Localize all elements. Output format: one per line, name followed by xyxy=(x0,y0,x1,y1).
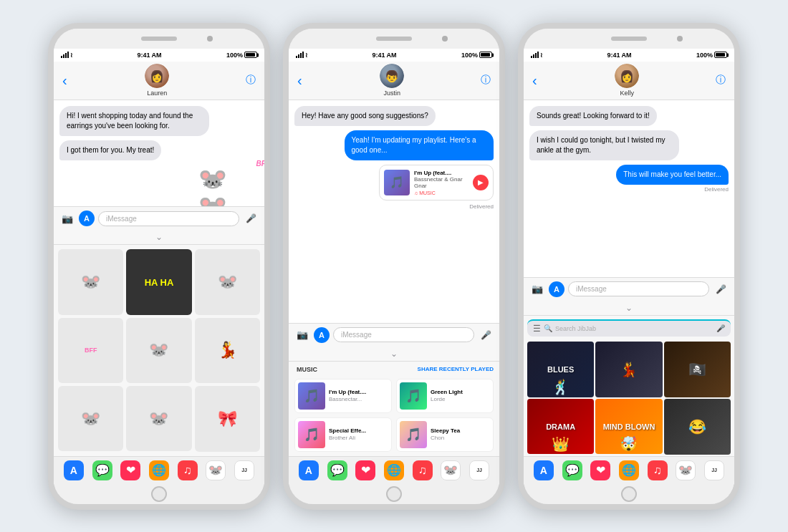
sticker-item[interactable]: 🐭 xyxy=(126,318,191,383)
mic-button[interactable]: 🎤 xyxy=(713,281,729,297)
sticker-item[interactable]: 🐭 xyxy=(58,386,123,451)
dock-messages[interactable]: 💬 xyxy=(327,460,347,480)
phone-kelly: ≀ 9:41 AM 100% ‹ 👩 Kelly xyxy=(518,23,740,510)
music-artist: Bassnectar... xyxy=(329,396,366,402)
camera-button[interactable]: 📷 xyxy=(294,327,310,343)
dock-music[interactable]: ♫ xyxy=(413,460,433,480)
message-input[interactable]: iMessage xyxy=(333,327,474,342)
dock-appstore[interactable]: A xyxy=(64,460,84,480)
wifi-icon: ≀ xyxy=(540,52,542,59)
message-text: Yeah! I'm updating my playlist. Here's a… xyxy=(352,136,476,154)
camera-button[interactable]: 📷 xyxy=(529,281,545,297)
jibjab-mic-icon[interactable]: 🎤 xyxy=(716,324,725,332)
dock-globe[interactable]: 🌐 xyxy=(619,460,639,480)
share-recently-label[interactable]: SHARE RECENTLY PLAYED xyxy=(418,366,494,372)
drawer-toggle[interactable]: ⌄ xyxy=(289,347,499,361)
dock-messages[interactable]: 💬 xyxy=(92,460,112,480)
sticker-item[interactable]: HA HA xyxy=(126,249,191,314)
message-input[interactable]: iMessage xyxy=(98,211,239,226)
jibjab-search-input[interactable]: Search JibJab xyxy=(555,325,713,332)
status-bar: ≀ 9:41 AM 100% xyxy=(524,49,734,62)
messages-area-kelly[interactable]: Sounds great! Looking forward to it! I w… xyxy=(524,100,734,277)
music-title: Green Light xyxy=(431,389,463,395)
music-item[interactable]: 🎵 Green Light Lorde xyxy=(396,379,494,413)
imessage-bar[interactable]: 📷 A iMessage 🎤 xyxy=(289,323,499,347)
sticker-item[interactable]: 🐭 xyxy=(126,386,191,451)
phone-bottom xyxy=(54,484,264,504)
drawer-toggle[interactable]: ⌄ xyxy=(54,230,264,244)
home-button[interactable] xyxy=(621,486,637,502)
message-text: This will make you feel better... xyxy=(623,170,721,178)
mic-button[interactable]: 🎤 xyxy=(478,327,494,343)
music-item[interactable]: 🎵 Special Effe... Brother Ali xyxy=(294,417,392,452)
drawer-toggle[interactable]: ⌄ xyxy=(524,301,734,315)
menu-icon[interactable]: ☰ xyxy=(533,324,541,334)
jibjab-search-bar[interactable]: ☰ 🔍 Search JibJab 🎤 xyxy=(527,319,731,337)
message-text: I wish I could go tonight, but I twisted… xyxy=(537,136,666,154)
music-thumbnail: 🎵 xyxy=(400,421,427,448)
info-button[interactable]: ⓘ xyxy=(246,74,256,87)
screen-lauren: ≀ 9:41 AM 100% ‹ 👩 Lauren xyxy=(54,49,264,484)
battery-icon xyxy=(244,52,257,58)
nav-center[interactable]: 👦 Justin xyxy=(380,64,404,97)
jibjab-item[interactable]: 💃 xyxy=(595,342,662,397)
imessage-bar[interactable]: 📷 A iMessage 🎤 xyxy=(54,206,264,230)
sticker-item[interactable]: 🐭 xyxy=(58,249,123,314)
dock-globe[interactable]: 🌐 xyxy=(149,460,169,480)
info-button[interactable]: ⓘ xyxy=(716,74,726,87)
dock-mickey[interactable]: 🐭 xyxy=(676,460,696,480)
contact-avatar-justin: 👦 xyxy=(380,64,404,88)
messages-area-lauren[interactable]: Hi! I went shopping today and found the … xyxy=(54,100,264,207)
dock-music[interactable]: ♫ xyxy=(648,460,668,480)
nav-center[interactable]: 👩 Lauren xyxy=(145,64,169,97)
jibjab-item[interactable]: DRAMA 👑 xyxy=(527,399,594,455)
back-button[interactable]: ‹ xyxy=(62,72,69,89)
music-item[interactable]: 🎵 I'm Up (feat.... Bassnectar... xyxy=(294,379,392,413)
apps-button[interactable]: A xyxy=(549,281,564,297)
dock-globe[interactable]: 🌐 xyxy=(384,460,404,480)
dock-appstore[interactable]: A xyxy=(299,460,319,480)
apple-music-logo: MUSIC xyxy=(294,366,317,373)
sticker-item[interactable]: BFF xyxy=(58,318,123,383)
sticker-item[interactable]: 💃 xyxy=(195,318,260,383)
dock-jibjab[interactable]: JJ xyxy=(469,460,489,480)
home-button[interactable] xyxy=(386,486,402,502)
back-button[interactable]: ‹ xyxy=(297,72,304,89)
dock-appstore[interactable]: A xyxy=(534,460,554,480)
back-button[interactable]: ‹ xyxy=(532,72,539,89)
dock-jibjab[interactable]: JJ xyxy=(704,460,724,480)
sticker-item[interactable]: 🐭 xyxy=(195,249,260,314)
music-card[interactable]: 🎵 I'm Up (feat.... Bassnectar & Gnar Gna… xyxy=(379,165,494,200)
message-text: Sounds great! Looking forward to it! xyxy=(537,112,650,120)
phone-top-lauren xyxy=(54,29,264,49)
jibjab-person: 👑 xyxy=(552,435,570,453)
apps-button[interactable]: A xyxy=(314,327,330,343)
apps-button[interactable]: A xyxy=(79,211,95,226)
dock-messages[interactable]: 💬 xyxy=(562,460,582,480)
play-button[interactable]: ▶ xyxy=(473,175,489,190)
mic-button[interactable]: 🎤 xyxy=(243,211,259,226)
camera-button[interactable]: 📷 xyxy=(59,211,75,226)
status-time: 9:41 AM xyxy=(372,52,396,59)
dock-mickey[interactable]: 🐭 xyxy=(441,460,461,480)
dock-music[interactable]: ♫ xyxy=(178,460,198,480)
nav-center[interactable]: 👩 Kelly xyxy=(615,64,639,97)
jibjab-item[interactable]: 😂 xyxy=(664,399,731,455)
jibjab-item[interactable]: 🏴‍☠️ xyxy=(664,342,731,397)
dock-hearts[interactable]: ❤ xyxy=(590,460,610,480)
home-button[interactable] xyxy=(151,486,167,502)
jibjab-item[interactable]: MIND BLOWN 🤯 xyxy=(595,399,662,455)
music-item[interactable]: 🎵 Sleepy Tea Chon xyxy=(396,417,494,452)
jibjab-drawer: ☰ 🔍 Search JibJab 🎤 BLUES 🕺 💃 🏴‍☠ xyxy=(524,315,734,484)
sticker-item[interactable]: 🎀 xyxy=(195,386,260,451)
info-button[interactable]: ⓘ xyxy=(481,74,491,87)
dock-hearts[interactable]: ❤ xyxy=(120,460,140,480)
messages-area-justin[interactable]: Hey! Have any good song suggestions? Yea… xyxy=(289,100,499,323)
imessage-bar[interactable]: 📷 A iMessage 🎤 xyxy=(524,277,734,301)
dock-mickey[interactable]: 🐭 xyxy=(206,460,226,480)
dock-hearts[interactable]: ❤ xyxy=(355,460,375,480)
message-input[interactable]: iMessage xyxy=(568,281,709,296)
phone-top-justin xyxy=(289,29,499,49)
jibjab-item[interactable]: BLUES 🕺 xyxy=(527,342,594,397)
dock-jibjab[interactable]: JJ xyxy=(234,460,254,480)
